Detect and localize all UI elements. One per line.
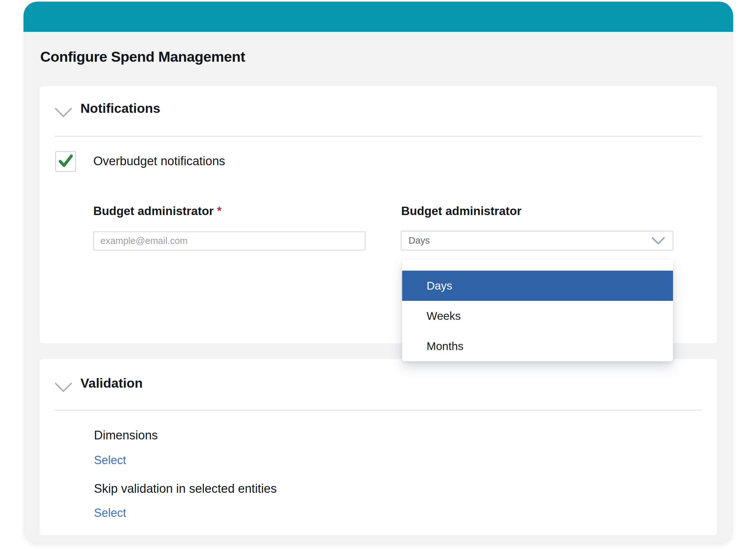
period-select-value: Days xyxy=(401,235,651,246)
overbudget-checkbox[interactable] xyxy=(55,151,76,172)
dimensions-select-link[interactable]: Select xyxy=(94,453,126,467)
validation-collapse-toggle[interactable] xyxy=(55,382,72,393)
skip-validation-label: Skip validation in selected entities xyxy=(94,482,277,496)
chevron-down-icon xyxy=(55,114,72,119)
chevron-down-icon xyxy=(55,389,72,394)
period-select[interactable]: Days xyxy=(401,231,673,251)
modal-configure-spend-management: Configure Spend Management Notifications… xyxy=(23,2,733,544)
dropdown-option-days[interactable]: Days xyxy=(402,271,673,301)
divider xyxy=(55,136,702,137)
validation-card: Validation Dimensions Select Skip valida… xyxy=(40,359,717,535)
page-title: Configure Spend Management xyxy=(40,49,245,65)
dimensions-label: Dimensions xyxy=(94,428,158,442)
divider xyxy=(55,410,702,410)
chevron-down-icon xyxy=(651,237,665,245)
dropdown-option-weeks[interactable]: Weeks xyxy=(402,301,673,331)
period-dropdown-menu: Days Weeks Months xyxy=(402,260,673,361)
required-asterisk: * xyxy=(217,205,221,218)
notifications-collapse-toggle[interactable] xyxy=(55,107,72,118)
check-icon xyxy=(58,154,73,169)
dropdown-option-months[interactable]: Months xyxy=(402,331,673,361)
notifications-section-title: Notifications xyxy=(80,101,160,116)
period-field-label: Budget administrator xyxy=(401,205,521,218)
validation-section-title: Validation xyxy=(80,376,143,391)
skip-validation-select-link[interactable]: Select xyxy=(94,506,126,520)
budget-administrator-email-input[interactable] xyxy=(93,232,365,251)
email-field-label-text: Budget administrator xyxy=(93,205,214,218)
screen: Configure Spend Management Notifications… xyxy=(0,0,756,549)
overbudget-checkbox-label: Overbudget notifications xyxy=(93,154,225,168)
teal-header-bar xyxy=(23,2,733,32)
email-field-label: Budget administrator * xyxy=(93,205,222,218)
